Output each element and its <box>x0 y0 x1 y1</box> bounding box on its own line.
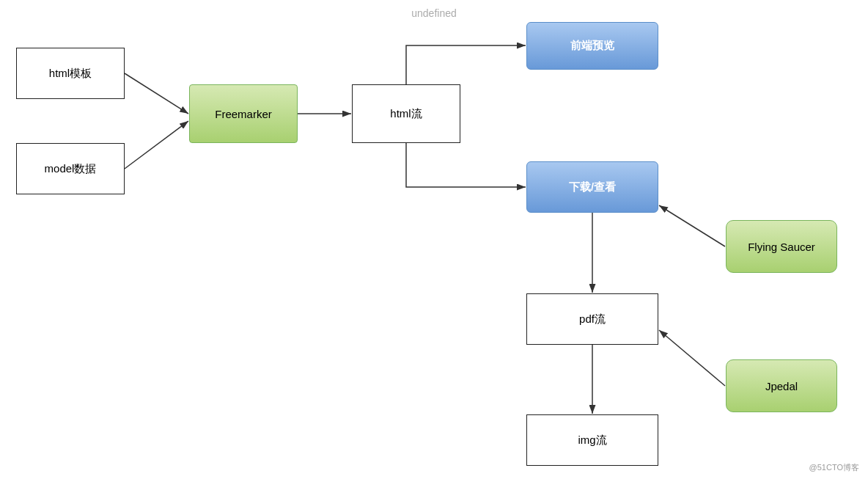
watermark: @51CTO博客 <box>809 462 859 473</box>
node-frontend-preview: 前端预览 <box>526 22 658 70</box>
svg-line-1 <box>125 73 188 114</box>
node-jpedal: Jpedal <box>726 359 837 412</box>
node-freemarker: Freemarker <box>189 84 298 143</box>
svg-line-2 <box>125 121 188 169</box>
node-frontend-preview-label: 前端预览 <box>570 39 614 53</box>
node-html-template: html模板 <box>16 48 125 99</box>
node-model-data: model数据 <box>16 143 125 194</box>
node-download-view: 下载/查看 <box>526 161 658 213</box>
node-jpedal-label: Jpedal <box>765 380 798 392</box>
diagram: undefined html模板 model数据 <box>0 0 868 479</box>
node-html-stream: html流 <box>352 84 460 143</box>
node-pdf-stream-label: pdf流 <box>579 312 606 326</box>
node-html-stream-label: html流 <box>390 107 422 121</box>
node-pdf-stream: pdf流 <box>526 293 658 345</box>
svg-line-6 <box>659 330 725 386</box>
node-flying-saucer: Flying Saucer <box>726 220 837 273</box>
page-title: undefined <box>0 7 868 19</box>
node-img-stream-label: img流 <box>578 434 606 447</box>
node-img-stream: img流 <box>526 414 658 466</box>
node-model-data-label: model数据 <box>45 162 97 176</box>
node-html-template-label: html模板 <box>49 67 92 81</box>
svg-line-4 <box>659 205 725 246</box>
node-flying-saucer-label: Flying Saucer <box>748 241 815 253</box>
node-download-view-label: 下载/查看 <box>569 180 616 194</box>
node-freemarker-label: Freemarker <box>215 108 272 120</box>
